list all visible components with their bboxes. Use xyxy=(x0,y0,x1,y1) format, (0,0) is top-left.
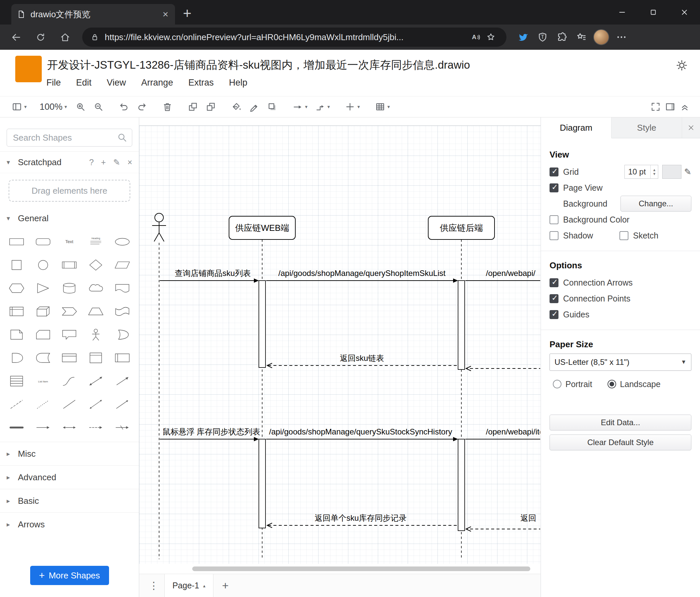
shape-vertical-container[interactable] xyxy=(82,346,109,369)
undo-button[interactable] xyxy=(119,101,129,112)
shape-hexagon[interactable] xyxy=(3,277,30,300)
puzzle-icon[interactable] xyxy=(552,28,571,46)
connection-arrows-checkbox[interactable] xyxy=(550,278,558,287)
maximize-window-button[interactable] xyxy=(638,0,669,25)
lifeline-web[interactable]: 供应链WEB端 xyxy=(229,216,295,239)
panel-close-icon[interactable] xyxy=(682,117,700,138)
shape-double-arrow-h[interactable] xyxy=(56,416,83,439)
shape-cylinder[interactable] xyxy=(56,277,83,300)
shape-dashed-line[interactable] xyxy=(3,393,30,416)
scratchpad-close-icon[interactable]: × xyxy=(127,158,132,167)
address-bar[interactable]: https://file.kkview.cn/onlinePreview?url… xyxy=(82,27,506,47)
section-advanced[interactable]: ▸ Advanced xyxy=(0,465,139,489)
shape-trapezoid[interactable] xyxy=(82,300,109,323)
menu-help[interactable]: Help xyxy=(228,76,248,90)
shape-bidirectional-arrow[interactable] xyxy=(82,369,109,393)
shape-cube[interactable] xyxy=(30,300,56,323)
landscape-radio[interactable] xyxy=(607,380,616,388)
shape-textbox[interactable]: Heading xyxy=(82,230,109,254)
refresh-button[interactable] xyxy=(30,27,51,47)
collapse-button[interactable] xyxy=(679,101,690,112)
star-icon[interactable] xyxy=(483,30,499,44)
shape-rectangle[interactable] xyxy=(3,230,30,254)
back-button[interactable] xyxy=(5,27,26,47)
tab-style[interactable]: Style xyxy=(611,117,682,138)
change-background-button[interactable]: Change... xyxy=(621,196,691,212)
tab-diagram[interactable]: Diagram xyxy=(541,117,611,138)
message-label[interactable]: 查询店铺商品sku列表 xyxy=(175,269,251,278)
shape-curve[interactable] xyxy=(56,369,83,393)
shape-list[interactable] xyxy=(3,369,30,393)
add-page-button[interactable]: + xyxy=(222,579,229,592)
shape-document[interactable] xyxy=(109,277,135,300)
pages-menu-button[interactable]: ⋮ xyxy=(148,580,160,591)
shape-or[interactable] xyxy=(109,323,135,346)
grid-checkbox[interactable] xyxy=(550,167,558,176)
shape-ellipse[interactable] xyxy=(109,230,135,254)
shape-data-storage[interactable] xyxy=(30,346,56,369)
menu-file[interactable]: File xyxy=(46,76,61,90)
scratchpad-help-icon[interactable]: ? xyxy=(89,158,94,167)
grid-color-edit-icon[interactable]: ✎ xyxy=(684,167,691,177)
shape-process[interactable] xyxy=(56,254,83,277)
theme-toggle-icon[interactable] xyxy=(675,59,689,72)
grid-size-stepper[interactable]: ▲▼ xyxy=(650,165,658,178)
message-label[interactable]: 返回sku链表 xyxy=(340,354,384,362)
edit-data-button[interactable]: Edit Data... xyxy=(550,414,691,430)
more-shapes-button[interactable]: + More Shapes xyxy=(30,566,109,585)
scratchpad-edit-icon[interactable]: ✎ xyxy=(113,158,120,167)
zoom-in-button[interactable] xyxy=(75,101,86,112)
paper-size-select[interactable]: US-Letter (8,5" x 11") ▼ xyxy=(550,354,691,371)
zoom-level-select[interactable]: 100%▾ xyxy=(40,102,67,112)
background-color-checkbox[interactable] xyxy=(550,215,558,224)
activation-bar[interactable] xyxy=(458,439,465,531)
read-aloud-icon[interactable]: A xyxy=(468,30,483,44)
section-general[interactable]: ▾ General xyxy=(0,208,139,229)
shape-arrow-h[interactable] xyxy=(30,416,56,439)
shape-horizontal-container[interactable] xyxy=(109,346,135,369)
minimize-window-button[interactable] xyxy=(606,0,638,25)
shape-cloud[interactable] xyxy=(82,277,109,300)
close-window-button[interactable] xyxy=(669,0,700,25)
activation-bar[interactable] xyxy=(259,439,266,528)
shape-line[interactable] xyxy=(56,393,83,416)
zoom-out-button[interactable] xyxy=(93,101,104,112)
sketch-checkbox[interactable] xyxy=(620,231,628,240)
connection-points-checkbox[interactable] xyxy=(550,294,558,303)
lifeline-backend[interactable]: 供应链后端 xyxy=(428,216,495,239)
browser-tab[interactable]: drawio文件预览 × xyxy=(11,4,175,25)
shape-bidirectional-connector[interactable] xyxy=(82,393,109,416)
view-button[interactable]: ▾ xyxy=(11,101,27,112)
format-panel-button[interactable] xyxy=(665,101,675,112)
shape-callout[interactable] xyxy=(56,323,83,346)
page-view-checkbox[interactable] xyxy=(550,184,558,192)
menu-view[interactable]: View xyxy=(106,76,127,90)
shape-link[interactable] xyxy=(3,416,30,439)
shape-text[interactable]: Text xyxy=(56,230,83,254)
shape-directional-connector[interactable] xyxy=(109,393,135,416)
bird-icon[interactable] xyxy=(514,28,533,46)
message-label[interactable]: /open/webapi/item xyxy=(486,427,540,436)
grid-color-swatch[interactable] xyxy=(662,165,681,179)
connection-button[interactable]: ▾ xyxy=(292,101,307,112)
section-basic[interactable]: ▸ Basic xyxy=(0,489,139,512)
shape-list-item[interactable]: List Item xyxy=(30,369,56,393)
message-label[interactable]: /open/webapi/ xyxy=(486,269,535,278)
shape-dashed-arrow-h[interactable] xyxy=(82,416,109,439)
shape-cross-arrow-h[interactable] xyxy=(109,416,135,439)
avatar[interactable] xyxy=(593,29,609,45)
scratchpad-header[interactable]: ▾ Scratchpad ?+✎× xyxy=(0,151,139,173)
insert-plus-button[interactable]: ▾ xyxy=(345,101,360,112)
shape-triangle[interactable] xyxy=(30,277,56,300)
waypoint-button[interactable]: ▾ xyxy=(315,101,330,112)
menu-extras[interactable]: Extras xyxy=(188,76,215,90)
diagram-canvas[interactable]: 供应链WEB端供应链后端查询店铺商品sku列表/api/goods/shopMa… xyxy=(139,117,541,574)
home-button[interactable] xyxy=(54,27,76,47)
clear-default-style-button[interactable]: Clear Default Style xyxy=(550,434,691,450)
fullscreen-button[interactable] xyxy=(650,101,661,112)
horizontal-scrollbar[interactable] xyxy=(192,567,530,571)
new-tab-button[interactable]: + xyxy=(183,6,192,21)
shape-square[interactable] xyxy=(3,254,30,277)
shape-and[interactable] xyxy=(3,346,30,369)
trash-button[interactable] xyxy=(162,101,173,112)
